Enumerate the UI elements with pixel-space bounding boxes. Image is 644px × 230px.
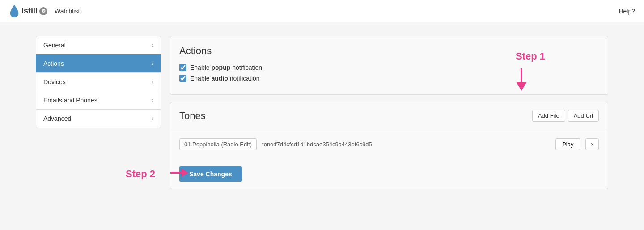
sidebar-item-advanced-label: Advanced bbox=[43, 115, 71, 122]
svg-marker-1 bbox=[516, 82, 527, 91]
add-file-button[interactable]: Add File bbox=[532, 110, 565, 122]
sidebar-item-devices-label: Devices bbox=[43, 78, 66, 85]
header: istill ⚙ Watchlist Help? bbox=[0, 0, 644, 22]
sidebar-item-actions[interactable]: Actions › bbox=[36, 54, 161, 73]
popup-checkbox-row: Enable popup notification bbox=[179, 64, 599, 71]
audio-checkbox-row: Enable audio notification bbox=[179, 75, 599, 82]
step1-arrow-icon bbox=[513, 68, 530, 94]
remove-tone-button[interactable]: × bbox=[585, 138, 599, 150]
tone-value: tone:f7d4cfcd1d1bdcae354c9a443ef6c9d5 bbox=[262, 141, 550, 148]
tone-row: 01 Poppiholla (Radio Edit) tone:f7d4cfcd… bbox=[179, 138, 599, 150]
sidebar-item-emails-phones[interactable]: Emails and Phones › bbox=[36, 91, 161, 110]
svg-marker-3 bbox=[181, 168, 188, 177]
tones-panel: Tones Add File Add Url 01 Poppiholla (Ra… bbox=[170, 102, 608, 189]
play-button[interactable]: Play bbox=[555, 138, 580, 150]
sidebar-item-devices[interactable]: Devices › bbox=[36, 72, 161, 91]
sidebar-item-general-label: General bbox=[43, 42, 66, 49]
help-link[interactable]: Help? bbox=[619, 8, 635, 15]
header-left: istill ⚙ Watchlist bbox=[9, 5, 80, 17]
add-url-button[interactable]: Add Url bbox=[568, 110, 599, 122]
save-area: Step 2 Save Changes bbox=[170, 159, 608, 189]
tone-name: 01 Poppiholla (Radio Edit) bbox=[179, 138, 257, 150]
sidebar: General › Actions › Devices › Emails and… bbox=[36, 36, 161, 217]
audio-checkbox[interactable] bbox=[179, 75, 186, 82]
actions-panel: Actions Enable popup notification Enable… bbox=[170, 36, 608, 95]
logo-text: istill bbox=[21, 6, 38, 16]
save-changes-button[interactable]: Save Changes bbox=[179, 166, 242, 182]
step2-container: Step 2 Save Changes bbox=[179, 166, 599, 182]
chevron-right-icon: › bbox=[152, 42, 153, 48]
tones-header: Tones Add File Add Url bbox=[170, 102, 608, 129]
actions-annotation-area: Enable popup notification Enable audio n… bbox=[179, 64, 599, 82]
tones-body: 01 Poppiholla (Radio Edit) tone:f7d4cfcd… bbox=[170, 129, 608, 159]
sidebar-item-general[interactable]: General › bbox=[36, 36, 161, 55]
logo: istill ⚙ bbox=[9, 5, 47, 17]
step2-annotation-label: Step 2 bbox=[126, 168, 155, 180]
main-container: General › Actions › Devices › Emails and… bbox=[0, 22, 644, 230]
settings-icon[interactable]: ⚙ bbox=[39, 7, 47, 15]
content-area: Actions Enable popup notification Enable… bbox=[170, 36, 608, 217]
sidebar-item-emails-phones-label: Emails and Phones bbox=[43, 97, 97, 104]
chevron-right-icon: › bbox=[152, 60, 153, 67]
tones-action-buttons: Add File Add Url bbox=[532, 110, 599, 122]
sidebar-item-advanced[interactable]: Advanced › bbox=[36, 109, 161, 128]
chevron-right-icon: › bbox=[152, 79, 153, 85]
audio-checkbox-label: Enable audio notification bbox=[190, 75, 260, 82]
popup-checkbox-label: Enable popup notification bbox=[190, 64, 262, 71]
tones-title: Tones bbox=[179, 110, 206, 122]
step2-arrow-icon bbox=[170, 167, 188, 181]
sidebar-item-actions-label: Actions bbox=[43, 60, 64, 67]
step1-annotation-label: Step 1 bbox=[516, 51, 545, 62]
watchlist-link[interactable]: Watchlist bbox=[55, 8, 80, 15]
logo-drop-icon bbox=[9, 5, 20, 17]
chevron-right-icon: › bbox=[152, 115, 153, 122]
popup-checkbox[interactable] bbox=[179, 64, 186, 71]
chevron-right-icon: › bbox=[152, 97, 153, 103]
